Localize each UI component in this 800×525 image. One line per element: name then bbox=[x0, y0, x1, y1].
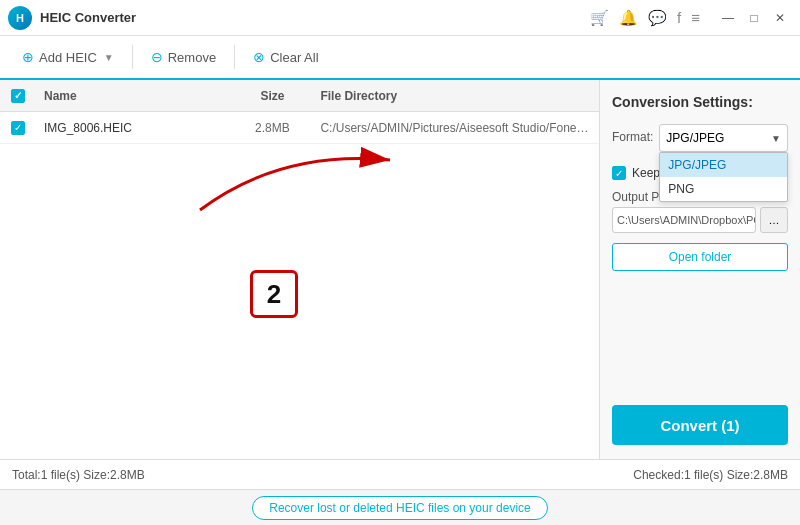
toolbar: ⊕ Add HEIC ▼ ⊖ Remove ⊗ Clear All bbox=[0, 36, 800, 80]
bottom-bar: Recover lost or deleted HEIC files on yo… bbox=[0, 489, 800, 525]
panel-title: Conversion Settings: bbox=[612, 94, 788, 110]
status-bar: Total:1 file(s) Size:2.8MB Checked:1 fil… bbox=[0, 459, 800, 489]
table-row[interactable]: IMG_8006.HEIC 2.8MB C:/Users/ADMIN/Pictu… bbox=[0, 112, 599, 144]
clear-icon: ⊗ bbox=[253, 49, 265, 65]
remove-button[interactable]: ⊖ Remove bbox=[141, 44, 226, 70]
app-title: HEIC Converter bbox=[40, 10, 590, 25]
format-option-jpg[interactable]: JPG/JPEG bbox=[660, 153, 787, 177]
recover-link[interactable]: Recover lost or deleted HEIC files on yo… bbox=[252, 496, 547, 520]
file-directory: C:/Users/ADMIN/Pictures/Aiseesoft Studio… bbox=[312, 121, 599, 135]
conversion-settings-panel: Conversion Settings: Format: JPG/JPEG ▼ … bbox=[600, 80, 800, 459]
format-dropdown-menu: JPG/JPEG PNG bbox=[659, 152, 788, 202]
format-dropdown-arrow: ▼ bbox=[771, 133, 781, 144]
separator-1 bbox=[132, 45, 133, 69]
select-all-checkbox[interactable] bbox=[11, 89, 25, 103]
file-area: Name Size File Directory IMG_8006.HEIC 2… bbox=[0, 80, 600, 459]
format-label: Format: bbox=[612, 130, 653, 144]
checked-status: Checked:1 file(s) Size:2.8MB bbox=[633, 468, 788, 482]
file-list-header: Name Size File Directory bbox=[0, 80, 599, 112]
file-size: 2.8MB bbox=[232, 121, 312, 135]
format-select[interactable]: JPG/JPEG ▼ bbox=[659, 124, 788, 152]
title-bar: H HEIC Converter 🛒 🔔 💬 f ≡ — □ ✕ bbox=[0, 0, 800, 36]
add-icon: ⊕ bbox=[22, 49, 34, 65]
total-status: Total:1 file(s) Size:2.8MB bbox=[12, 468, 145, 482]
convert-button[interactable]: Convert (1) bbox=[612, 405, 788, 445]
maximize-button[interactable]: □ bbox=[742, 7, 766, 29]
row-checkbox-col bbox=[0, 121, 36, 135]
window-controls: — □ ✕ bbox=[716, 7, 792, 29]
format-selected-value: JPG/JPEG bbox=[666, 131, 724, 145]
clear-all-button[interactable]: ⊗ Clear All bbox=[243, 44, 328, 70]
facebook-icon[interactable]: f bbox=[677, 9, 681, 26]
header-directory: File Directory bbox=[312, 89, 599, 103]
separator-2 bbox=[234, 45, 235, 69]
main-content: Name Size File Directory IMG_8006.HEIC 2… bbox=[0, 80, 800, 459]
keep-exif-checkbox[interactable] bbox=[612, 166, 626, 180]
minimize-button[interactable]: — bbox=[716, 7, 740, 29]
open-folder-button[interactable]: Open folder bbox=[612, 243, 788, 271]
format-option-png[interactable]: PNG bbox=[660, 177, 787, 201]
notification-icon[interactable]: 🔔 bbox=[619, 9, 638, 27]
remove-icon: ⊖ bbox=[151, 49, 163, 65]
chat-icon[interactable]: 💬 bbox=[648, 9, 667, 27]
browse-button[interactable]: … bbox=[760, 207, 788, 233]
cart-icon[interactable]: 🛒 bbox=[590, 9, 609, 27]
output-path-row: C:\Users\ADMIN\Dropbox\PC\... … bbox=[612, 207, 788, 233]
app-logo: H bbox=[8, 6, 32, 30]
add-heic-button[interactable]: ⊕ Add HEIC ▼ bbox=[12, 44, 124, 70]
header-name: Name bbox=[36, 89, 232, 103]
format-dropdown-wrapper: JPG/JPEG ▼ JPG/JPEG PNG bbox=[659, 124, 788, 152]
file-name: IMG_8006.HEIC bbox=[36, 121, 232, 135]
output-path-display: C:\Users\ADMIN\Dropbox\PC\... bbox=[612, 207, 756, 233]
row-checkbox[interactable] bbox=[11, 121, 25, 135]
menu-icon[interactable]: ≡ bbox=[691, 9, 700, 26]
title-bar-icons: 🛒 🔔 💬 f ≡ bbox=[590, 9, 700, 27]
file-list: Name Size File Directory IMG_8006.HEIC 2… bbox=[0, 80, 600, 459]
format-field: Format: JPG/JPEG ▼ JPG/JPEG PNG bbox=[612, 124, 788, 156]
add-dropdown-arrow: ▼ bbox=[104, 52, 114, 63]
header-size: Size bbox=[232, 89, 312, 103]
close-button[interactable]: ✕ bbox=[768, 7, 792, 29]
header-checkbox-col bbox=[0, 89, 36, 103]
